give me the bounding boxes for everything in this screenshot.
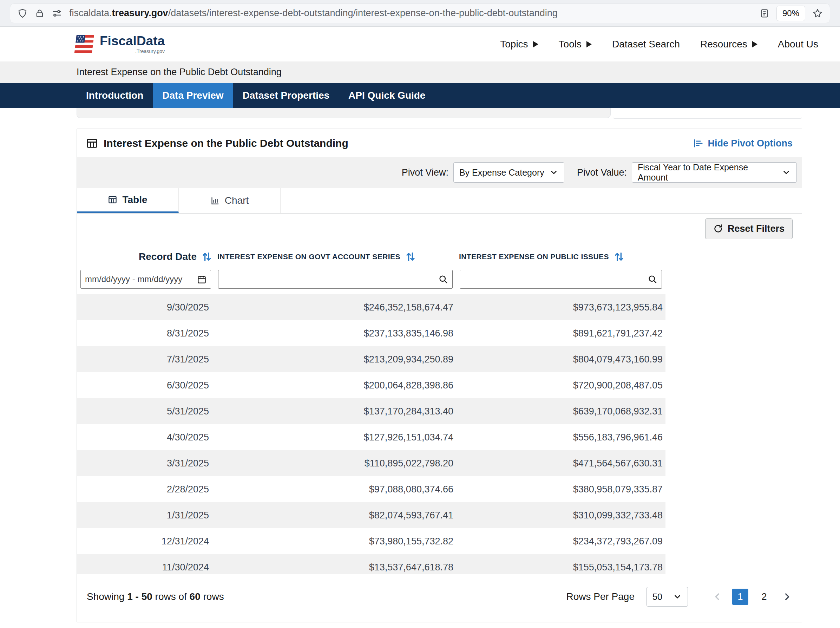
govt-account-series-filter-input[interactable] <box>223 270 438 288</box>
amount-cell: $110,895,022,798.20 <box>215 458 456 469</box>
reset-filters-label: Reset Filters <box>728 223 785 234</box>
table-row: 11/30/2024$13,537,647,618.78$155,053,154… <box>77 554 665 574</box>
column-header-record-date[interactable]: Record Date <box>77 251 215 263</box>
record-date-cell: 2/28/2025 <box>77 484 215 495</box>
rows-per-page-select[interactable]: 50 <box>646 587 688 607</box>
nav-resources[interactable]: Resources <box>700 39 758 50</box>
pivot-value-label: Pivot Value: <box>577 167 627 178</box>
amount-cell: $639,170,068,932.31 <box>456 406 665 417</box>
reset-filters-button[interactable]: Reset Filters <box>705 218 793 239</box>
amount-cell: $556,183,796,961.46 <box>456 432 665 443</box>
column-header-public-issues[interactable]: INTEREST EXPENSE ON PUBLIC ISSUES <box>456 251 665 263</box>
table-row: 5/31/2025$137,170,284,313.40$639,170,068… <box>77 398 665 424</box>
url-subdomain: fiscaldata. <box>69 8 112 18</box>
tab-table-label: Table <box>122 194 147 206</box>
zoom-level-badge[interactable]: 90% <box>777 6 805 21</box>
pagination-pages: 12 <box>732 588 772 605</box>
pivot-value-value: Fiscal Year to Date Expense Amount <box>638 162 777 183</box>
public-issues-filter[interactable] <box>459 270 662 289</box>
next-page-button[interactable] <box>782 591 793 603</box>
url-domain: treasury.gov <box>112 8 168 18</box>
amount-cell: $973,673,123,955.84 <box>456 302 665 313</box>
amount-cell: $380,958,079,335.87 <box>456 484 665 495</box>
amount-cell: $720,900,208,487.05 <box>456 380 665 391</box>
nav-topics[interactable]: Topics <box>500 39 538 50</box>
calendar-icon[interactable] <box>197 275 207 284</box>
column-label: INTEREST EXPENSE ON PUBLIC ISSUES <box>459 253 609 261</box>
table-scroll-area[interactable]: 9/30/2025$246,352,158,674.47$973,673,123… <box>77 294 802 574</box>
table-footer: Showing 1 - 50 rows of 60 rows Rows Per … <box>77 574 802 622</box>
table-row: 2/28/2025$97,088,080,374.66$380,958,079,… <box>77 476 665 502</box>
nav-about-us[interactable]: About Us <box>778 39 818 50</box>
amount-cell: $127,926,151,034.74 <box>215 432 456 443</box>
record-date-cell: 3/31/2025 <box>77 458 215 469</box>
table-row: 12/31/2024$73,980,155,732.82$234,372,793… <box>77 528 665 554</box>
search-icon <box>647 274 657 284</box>
amount-cell: $82,074,593,767.41 <box>215 510 456 521</box>
sort-icon[interactable] <box>614 251 625 263</box>
dataset-nav: IntroductionData PreviewDataset Properti… <box>0 83 840 108</box>
scrolled-section-remnant <box>0 108 840 120</box>
record-date-cell: 4/30/2025 <box>77 432 215 443</box>
pivot-view-value: By Expense Category <box>459 168 544 178</box>
amount-cell: $471,564,567,630.31 <box>456 458 665 469</box>
amount-cell: $310,099,332,733.48 <box>456 510 665 521</box>
dataset-nav-data-preview[interactable]: Data Preview <box>153 83 233 108</box>
refresh-icon <box>713 224 723 234</box>
dataset-nav-introduction[interactable]: Introduction <box>77 83 153 108</box>
rows-per-page-label: Rows Per Page <box>566 591 635 603</box>
amount-cell: $155,053,154,173.78 <box>456 562 665 573</box>
nav-dataset-search[interactable]: Dataset Search <box>612 39 680 50</box>
govt-account-series-filter[interactable] <box>218 270 453 289</box>
treasury-flag-icon <box>74 35 96 54</box>
table-chart-tabs: Table Chart <box>77 188 802 214</box>
date-range-filter[interactable] <box>81 270 211 289</box>
nav-tools[interactable]: Tools <box>559 39 592 50</box>
record-date-cell: 5/31/2025 <box>77 406 215 417</box>
table-grid-icon <box>86 137 98 149</box>
nav-label: Dataset Search <box>612 39 680 50</box>
reader-mode-icon[interactable] <box>759 8 769 18</box>
page-button-1[interactable]: 1 <box>732 588 748 605</box>
prev-page-button[interactable] <box>712 591 723 603</box>
tab-chart[interactable]: Chart <box>179 188 281 213</box>
amount-cell: $237,133,835,146.98 <box>215 328 456 339</box>
column-label: INTEREST EXPENSE ON GOVT ACCOUNT SERIES <box>217 253 400 261</box>
public-issues-filter-input[interactable] <box>464 270 647 288</box>
amount-cell: $137,170,284,313.40 <box>215 406 456 417</box>
amount-cell: $73,980,155,732.82 <box>215 536 456 547</box>
fiscaldata-logo[interactable]: FiscalData .Treasury.gov <box>74 35 165 54</box>
amount-cell: $234,372,793,267.09 <box>456 536 665 547</box>
amount-cell: $13,537,647,618.78 <box>215 562 456 573</box>
hide-pivot-options-link[interactable]: Hide Pivot Options <box>693 138 793 149</box>
pivot-view-select[interactable]: By Expense Category <box>453 162 564 183</box>
sort-icon[interactable] <box>405 251 416 263</box>
record-date-cell: 9/30/2025 <box>77 302 215 313</box>
record-date-filter-input[interactable] <box>85 270 197 288</box>
logo-subtitle: .Treasury.gov <box>135 49 165 54</box>
permissions-icon[interactable] <box>52 8 62 19</box>
url-bar[interactable]: fiscaldata.treasury.gov/datasets/interes… <box>10 3 830 23</box>
shield-icon[interactable] <box>17 8 28 19</box>
row-count-summary: Showing 1 - 50 rows of 60 rows <box>87 591 224 603</box>
bookmark-star-icon[interactable] <box>812 8 823 19</box>
pivot-value-select[interactable]: Fiscal Year to Date Expense Amount <box>632 162 797 183</box>
rows-per-page-value: 50 <box>652 592 662 602</box>
record-date-cell: 7/31/2025 <box>77 354 215 365</box>
lock-icon[interactable] <box>35 8 44 18</box>
page-title-bar: Interest Expense on the Public Debt Outs… <box>0 62 840 83</box>
tab-table[interactable]: Table <box>77 188 179 213</box>
table-row: 8/31/2025$237,133,835,146.98$891,621,791… <box>77 320 665 346</box>
card-header: Interest Expense on the Public Debt Outs… <box>77 129 802 157</box>
page-button-2[interactable]: 2 <box>756 588 772 605</box>
card-title: Interest Expense on the Public Debt Outs… <box>104 137 348 149</box>
column-header-govt-account-series[interactable]: INTEREST EXPENSE ON GOVT ACCOUNT SERIES <box>215 251 456 263</box>
dataset-nav-dataset-properties[interactable]: Dataset Properties <box>233 83 339 108</box>
table-row: 9/30/2025$246,352,158,674.47$973,673,123… <box>77 294 665 320</box>
record-date-cell: 8/31/2025 <box>77 328 215 339</box>
record-date-cell: 1/31/2025 <box>77 510 215 521</box>
sort-icon[interactable] <box>201 251 212 263</box>
dataset-nav-api-quick-guide[interactable]: API Quick Guide <box>339 83 435 108</box>
url-text[interactable]: fiscaldata.treasury.gov/datasets/interes… <box>69 8 753 19</box>
chevron-down-icon <box>782 168 791 177</box>
